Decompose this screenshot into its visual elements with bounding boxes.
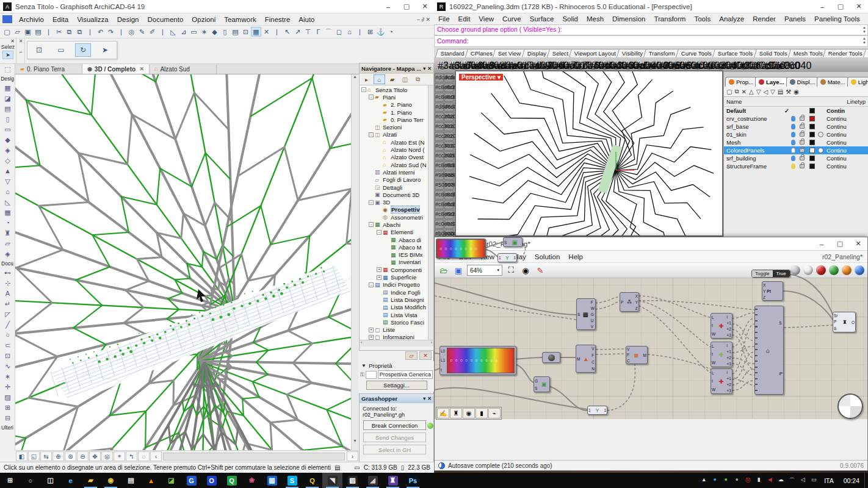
- menu-item[interactable]: Mesh: [582, 14, 608, 24]
- menu-item[interactable]: Dimension: [608, 14, 649, 24]
- design-tool-icon[interactable]: ▱: [0, 239, 15, 249]
- render-tool-icon[interactable]: #60b8d8: [588, 60, 598, 70]
- tree-expand-icon[interactable]: +: [369, 335, 374, 340]
- document-tool-icon[interactable]: ⊟: [0, 413, 15, 423]
- document-tool-icon[interactable]: ▨: [0, 392, 15, 403]
- design-tool-icon[interactable]: ▤: [0, 104, 15, 114]
- close-icon[interactable]: ✕: [419, 351, 432, 360]
- setting-node[interactable]: S ▣: [503, 237, 523, 247]
- construct-point-node[interactable]: XYZ Pt: [762, 281, 783, 301]
- menu-item[interactable]: Panels: [780, 14, 810, 24]
- minimize-button[interactable]: –: [813, 0, 831, 13]
- taskbar-icon[interactable]: ◪: [161, 473, 181, 488]
- tree-item[interactable]: ▤ Lista Modifich: [360, 304, 433, 311]
- history-scroll[interactable]: ▲▼: [863, 26, 866, 34]
- tray-icon[interactable]: ●: [720, 476, 731, 484]
- toolbar-icon[interactable]: |: [157, 27, 168, 37]
- tool-icon[interactable]: #c0c0c0: [444, 93, 454, 102]
- close-icon[interactable]: ✕: [425, 396, 432, 401]
- design-tool-icon[interactable]: ♜: [0, 228, 15, 239]
- design-tool-icon[interactable]: ▯: [0, 114, 15, 124]
- toolbar-icon[interactable]: ◻: [334, 27, 344, 37]
- tree-expand-icon[interactable]: [369, 192, 374, 197]
- maximize-button[interactable]: ▢: [397, 0, 416, 13]
- close-icon[interactable]: ✕: [0, 38, 16, 44]
- marquee-tool-icon[interactable]: ⬚: [0, 64, 15, 74]
- tree-item[interactable]: - ▰ Piani: [360, 93, 433, 101]
- tool-icon[interactable]: #888898: [444, 161, 454, 170]
- render-tool-icon[interactable]: #3a6bd6: [449, 60, 458, 70]
- tool-icon[interactable]: #cc3030: [435, 122, 444, 131]
- toolbar-icon[interactable]: ∗: [199, 27, 209, 37]
- document-tool-icon[interactable]: ⊂: [0, 340, 15, 351]
- toolbar-icon[interactable]: ⊞: [365, 27, 375, 37]
- graft-node[interactable]: 1 Y 1: [497, 253, 517, 262]
- tree-item[interactable]: ▥ Alzati Interni: [360, 168, 433, 176]
- render-tool-icon[interactable]: #f0c060: [751, 60, 760, 70]
- render-tool-icon[interactable]: #e8c040: [774, 60, 783, 70]
- tree-expand-icon[interactable]: [385, 253, 389, 257]
- toolbar-icon[interactable]: ⧉: [64, 27, 74, 37]
- design-tool-icon[interactable]: ▭: [0, 124, 15, 135]
- tool-icon[interactable]: #cc2020: [435, 132, 444, 141]
- float-tool-icon[interactable]: ➤: [97, 43, 113, 57]
- preview-node[interactable]: GS ▣: [533, 376, 550, 392]
- tool-icon[interactable]: #d0d0d0: [444, 151, 454, 160]
- layer-lock-icon[interactable]: [800, 132, 805, 137]
- navigator-mode-icon[interactable]: ▰: [386, 74, 398, 84]
- render-tool-icon[interactable]: #30a060: [658, 60, 667, 70]
- zoom-tool-icon[interactable]: ⊕: [52, 451, 64, 461]
- render-tool-icon[interactable]: #98c060: [762, 60, 772, 70]
- taskbar-icon[interactable]: Ps: [403, 473, 423, 488]
- layer-lock-icon[interactable]: [800, 156, 805, 160]
- layer-row[interactable]: 01_skin Continu: [724, 131, 868, 138]
- graft-node-2[interactable]: 1 Y 1: [587, 406, 607, 415]
- layer-tool-icon[interactable]: ⧉: [734, 88, 739, 95]
- toolbar-icon[interactable]: ▦: [251, 27, 261, 37]
- menu-item[interactable]: VisualARQ: [864, 14, 868, 24]
- settings-button[interactable]: Settaggi...: [366, 381, 427, 390]
- canvas-widget-icon[interactable]: ♜: [450, 408, 462, 418]
- toolbar-icon[interactable]: ◺: [168, 27, 178, 37]
- toolbar-icon[interactable]: ✕: [261, 27, 272, 37]
- render-tool-icon[interactable]: #d04040: [635, 60, 644, 70]
- archicad-titlebar[interactable]: A Senza Titolo - Graphisoft ArchiCAD-64 …: [0, 0, 434, 13]
- zoom-tool-icon[interactable]: ◱: [28, 451, 40, 461]
- menu-item[interactable]: View: [474, 14, 498, 24]
- panel-tab[interactable]: Laye...: [755, 77, 788, 87]
- toolbar-tab[interactable]: Viewport Layout: [569, 49, 621, 57]
- float-tool-icon[interactable]: ▭: [53, 43, 69, 57]
- property-box[interactable]: [366, 371, 377, 379]
- tree-expand-icon[interactable]: -: [369, 222, 374, 227]
- toolbar-icon[interactable]: ✎: [137, 27, 147, 37]
- tool-icon[interactable]: #cc3030: [444, 122, 454, 131]
- tool-icon[interactable]: #cc2020: [435, 112, 444, 121]
- series-node-1[interactable]: LtW ✚ i+1+2+3: [711, 313, 732, 339]
- layer-row[interactable]: ColoredPanels Continu: [724, 146, 868, 154]
- tool-icon[interactable]: #909090: [444, 210, 454, 219]
- zoom-tool-icon[interactable]: ◎: [101, 451, 113, 461]
- toolbar-tab[interactable]: Standard: [435, 49, 470, 57]
- layer-visibility-bulb-icon[interactable]: [791, 156, 795, 161]
- viewport-label[interactable]: Perspective ▾: [459, 74, 503, 81]
- tree-expand-icon[interactable]: -: [369, 282, 374, 287]
- document-tool-icon[interactable]: ⊡: [0, 351, 15, 361]
- layer-tool-icon[interactable]: ▽: [770, 88, 775, 95]
- tool-icon[interactable]: #cc3030: [435, 142, 444, 151]
- tree-item[interactable]: ⌂ Alzato Sud (N: [360, 161, 433, 168]
- document-tool-icon[interactable]: ⊷: [0, 268, 15, 278]
- tree-expand-icon[interactable]: [385, 245, 389, 249]
- clock[interactable]: 00:24: [839, 477, 864, 484]
- arrow-tool[interactable]: ➤: [2, 51, 13, 59]
- layer-row[interactable]: srf_building Continu: [724, 154, 868, 162]
- taskbar-icon[interactable]: ⊞: [0, 473, 20, 488]
- design-tool-icon[interactable]: ⌂: [0, 187, 15, 197]
- zoom-tool-icon[interactable]: ⊛: [65, 451, 76, 461]
- surface-parameters-node[interactable]: S ▦ FWGUV: [576, 298, 596, 330]
- menu-item[interactable]: Edit: [454, 14, 475, 24]
- tray-icon[interactable]: Ⓜ: [742, 476, 753, 484]
- tree-item[interactable]: - ⌂ Senza Titolo: [360, 86, 433, 93]
- tool-icon[interactable]: #dcdcdc: [435, 73, 444, 82]
- layer-tool-icon[interactable]: ▽: [756, 88, 761, 95]
- maximize-button[interactable]: ▢: [831, 0, 850, 13]
